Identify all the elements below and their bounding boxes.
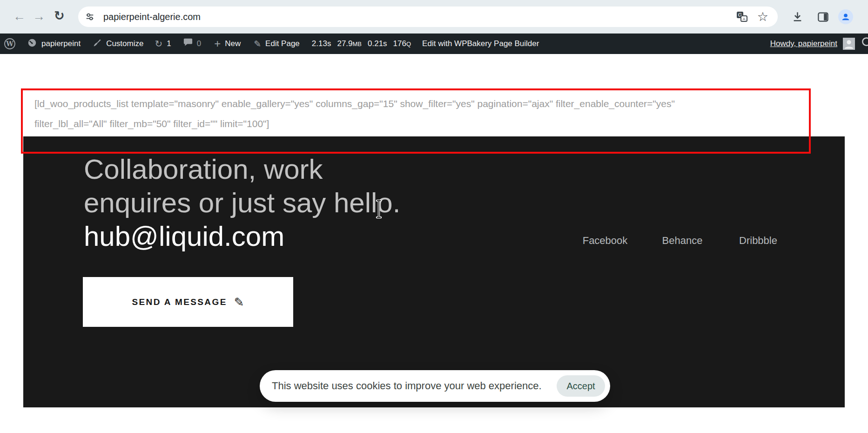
admin-new[interactable]: + New [214, 38, 241, 49]
pencil-icon: ✎ [234, 296, 244, 308]
wp-admin-bar: W papierpeint Customize ↻ 1 0 + New [0, 34, 868, 54]
dashboard-gauge-icon [27, 38, 37, 50]
plus-icon: + [214, 38, 221, 49]
admin-site-name[interactable]: papierpeint [27, 38, 81, 50]
browser-toolbar: ← → ↻ papierpeint-algerie.com G A ☆ [0, 0, 868, 34]
cookie-accept-button[interactable]: Accept [557, 375, 605, 397]
tune-icon[interactable] [85, 12, 95, 22]
admin-updates[interactable]: ↻ 1 [155, 39, 171, 48]
shortcode-text: [ld_woo_products_list template="masonry"… [34, 94, 779, 134]
db-time: 0.21s [368, 39, 387, 48]
query-monitor-stats[interactable]: 2.13s 27.9MB 0.21s 176Q [312, 39, 411, 48]
downloads-icon[interactable] [791, 11, 804, 23]
paintbrush-icon [93, 38, 102, 50]
reload-icon[interactable]: ↻ [54, 10, 65, 22]
social-link-behance[interactable]: Behance [662, 235, 703, 247]
admin-edit-page[interactable]: ✎ Edit Page [254, 39, 300, 48]
pencil-icon: ✎ [254, 40, 261, 48]
heading-line-2: enquires or just say hello. [84, 186, 400, 220]
side-panel-icon[interactable] [817, 11, 829, 23]
customize-label: Customize [106, 39, 143, 48]
url-text[interactable]: papierpeint-algerie.com [103, 12, 736, 22]
memory-usage: 27.9MB [337, 39, 362, 48]
send-message-button[interactable]: SEND A MESSAGE ✎ [83, 277, 293, 327]
update-icon: ↻ [155, 39, 162, 48]
new-label: New [225, 39, 241, 48]
admin-customize[interactable]: Customize [93, 38, 143, 50]
address-bar[interactable]: papierpeint-algerie.com G A ☆ [78, 7, 778, 27]
social-link-facebook[interactable]: Facebook [583, 235, 628, 247]
send-message-label: SEND A MESSAGE [132, 297, 227, 307]
wpbakery-label: Edit with WPBakery Page Builder [422, 39, 539, 48]
cookie-banner: This website uses cookies to improve you… [260, 370, 610, 402]
admin-comments[interactable]: 0 [183, 38, 201, 49]
comment-bubble-icon [183, 38, 193, 49]
svg-text:W: W [6, 40, 13, 47]
text-cursor-ibeam [375, 199, 383, 221]
updates-count: 1 [167, 39, 171, 48]
profile-avatar[interactable] [838, 9, 853, 24]
wp-logo-icon[interactable]: W [4, 38, 16, 50]
edit-page-label: Edit Page [265, 39, 300, 48]
shortcode-line-1: [ld_woo_products_list template="masonry"… [34, 94, 779, 114]
howdy-account[interactable]: Howdy, papierpeint [770, 39, 837, 48]
admin-avatar[interactable] [843, 38, 855, 50]
bookmark-star-icon[interactable]: ☆ [757, 11, 768, 23]
browser-window: ← → ↻ papierpeint-algerie.com G A ☆ [0, 0, 868, 433]
heading-line-1: Collaboration, work [84, 153, 400, 186]
admin-wpbakery[interactable]: Edit with WPBakery Page Builder [422, 39, 539, 48]
admin-bar-right: Howdy, papierpeint [770, 34, 868, 54]
shortcode-line-2: filter_lbl_all="All" filter_mb="50" filt… [34, 114, 779, 134]
admin-search-icon[interactable] [861, 36, 868, 52]
svg-text:A: A [742, 17, 745, 21]
page-time: 2.13s [312, 39, 331, 48]
back-icon[interactable]: ← [13, 10, 26, 23]
cookie-message: This website uses cookies to improve you… [272, 380, 542, 392]
social-link-dribbble[interactable]: Dribbble [739, 235, 777, 247]
forward-icon[interactable]: → [33, 10, 45, 23]
contact-heading: Collaboration, work enquires or just say… [84, 153, 400, 253]
query-count: 176Q [393, 39, 411, 48]
email-link[interactable]: hub@liquid.com [84, 220, 400, 253]
site-name-label: papierpeint [41, 39, 81, 48]
comments-count: 0 [197, 39, 201, 48]
translate-icon[interactable]: G A [736, 11, 748, 23]
